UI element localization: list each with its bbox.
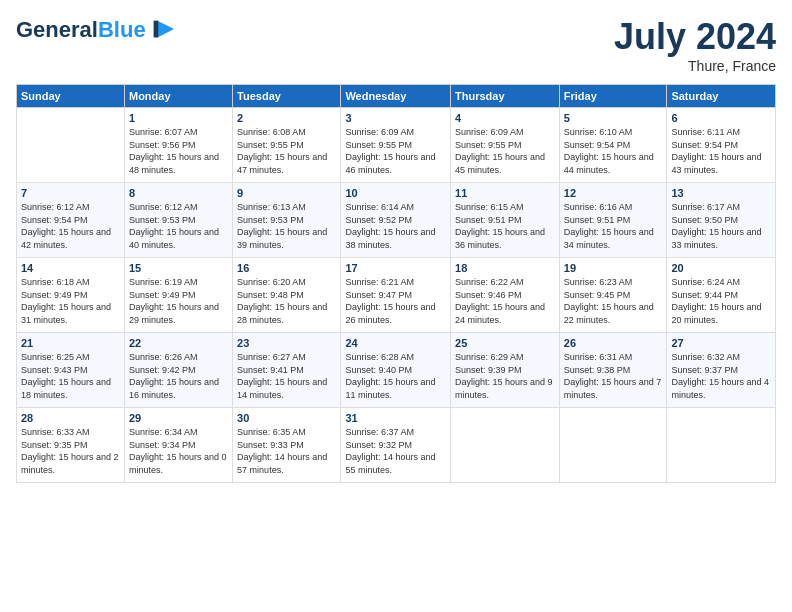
- day-info: Sunrise: 6:29 AMSunset: 9:39 PMDaylight:…: [455, 351, 555, 401]
- header-cell-saturday: Saturday: [667, 85, 776, 108]
- day-number: 4: [455, 112, 555, 124]
- day-number: 22: [129, 337, 228, 349]
- week-row-4: 21 Sunrise: 6:25 AMSunset: 9:43 PMDaylig…: [17, 333, 776, 408]
- header-cell-tuesday: Tuesday: [233, 85, 341, 108]
- day-cell: 10 Sunrise: 6:14 AMSunset: 9:52 PMDaylig…: [341, 183, 451, 258]
- week-row-2: 7 Sunrise: 6:12 AMSunset: 9:54 PMDayligh…: [17, 183, 776, 258]
- day-cell: [667, 408, 776, 483]
- day-info: Sunrise: 6:14 AMSunset: 9:52 PMDaylight:…: [345, 201, 446, 251]
- day-cell: 9 Sunrise: 6:13 AMSunset: 9:53 PMDayligh…: [233, 183, 341, 258]
- day-number: 16: [237, 262, 336, 274]
- day-number: 23: [237, 337, 336, 349]
- day-cell: 1 Sunrise: 6:07 AMSunset: 9:56 PMDayligh…: [124, 108, 232, 183]
- day-info: Sunrise: 6:25 AMSunset: 9:43 PMDaylight:…: [21, 351, 120, 401]
- day-cell: 26 Sunrise: 6:31 AMSunset: 9:38 PMDaylig…: [559, 333, 667, 408]
- day-number: 12: [564, 187, 663, 199]
- day-cell: 21 Sunrise: 6:25 AMSunset: 9:43 PMDaylig…: [17, 333, 125, 408]
- day-cell: 12 Sunrise: 6:16 AMSunset: 9:51 PMDaylig…: [559, 183, 667, 258]
- calendar-table: SundayMondayTuesdayWednesdayThursdayFrid…: [16, 84, 776, 483]
- day-number: 3: [345, 112, 446, 124]
- day-number: 26: [564, 337, 663, 349]
- svg-rect-1: [153, 21, 158, 38]
- day-cell: 28 Sunrise: 6:33 AMSunset: 9:35 PMDaylig…: [17, 408, 125, 483]
- day-number: 11: [455, 187, 555, 199]
- day-cell: 24 Sunrise: 6:28 AMSunset: 9:40 PMDaylig…: [341, 333, 451, 408]
- day-number: 6: [671, 112, 771, 124]
- week-row-3: 14 Sunrise: 6:18 AMSunset: 9:49 PMDaylig…: [17, 258, 776, 333]
- day-info: Sunrise: 6:15 AMSunset: 9:51 PMDaylight:…: [455, 201, 555, 251]
- day-info: Sunrise: 6:19 AMSunset: 9:49 PMDaylight:…: [129, 276, 228, 326]
- day-cell: 22 Sunrise: 6:26 AMSunset: 9:42 PMDaylig…: [124, 333, 232, 408]
- day-number: 2: [237, 112, 336, 124]
- day-info: Sunrise: 6:33 AMSunset: 9:35 PMDaylight:…: [21, 426, 120, 476]
- day-info: Sunrise: 6:24 AMSunset: 9:44 PMDaylight:…: [671, 276, 771, 326]
- day-info: Sunrise: 6:21 AMSunset: 9:47 PMDaylight:…: [345, 276, 446, 326]
- day-cell: 3 Sunrise: 6:09 AMSunset: 9:55 PMDayligh…: [341, 108, 451, 183]
- day-cell: 27 Sunrise: 6:32 AMSunset: 9:37 PMDaylig…: [667, 333, 776, 408]
- day-number: 7: [21, 187, 120, 199]
- day-info: Sunrise: 6:10 AMSunset: 9:54 PMDaylight:…: [564, 126, 663, 176]
- header-cell-wednesday: Wednesday: [341, 85, 451, 108]
- day-cell: 13 Sunrise: 6:17 AMSunset: 9:50 PMDaylig…: [667, 183, 776, 258]
- day-number: 17: [345, 262, 446, 274]
- header-row: SundayMondayTuesdayWednesdayThursdayFrid…: [17, 85, 776, 108]
- day-number: 13: [671, 187, 771, 199]
- day-number: 25: [455, 337, 555, 349]
- day-info: Sunrise: 6:09 AMSunset: 9:55 PMDaylight:…: [455, 126, 555, 176]
- day-info: Sunrise: 6:32 AMSunset: 9:37 PMDaylight:…: [671, 351, 771, 401]
- day-cell: [17, 108, 125, 183]
- day-cell: 25 Sunrise: 6:29 AMSunset: 9:39 PMDaylig…: [451, 333, 560, 408]
- day-cell: 8 Sunrise: 6:12 AMSunset: 9:53 PMDayligh…: [124, 183, 232, 258]
- day-cell: 14 Sunrise: 6:18 AMSunset: 9:49 PMDaylig…: [17, 258, 125, 333]
- day-cell: 30 Sunrise: 6:35 AMSunset: 9:33 PMDaylig…: [233, 408, 341, 483]
- logo-text: GeneralBlue: [16, 18, 146, 42]
- day-info: Sunrise: 6:35 AMSunset: 9:33 PMDaylight:…: [237, 426, 336, 476]
- day-cell: 29 Sunrise: 6:34 AMSunset: 9:34 PMDaylig…: [124, 408, 232, 483]
- day-number: 9: [237, 187, 336, 199]
- day-info: Sunrise: 6:31 AMSunset: 9:38 PMDaylight:…: [564, 351, 663, 401]
- day-number: 1: [129, 112, 228, 124]
- month-title: July 2024: [614, 16, 776, 58]
- day-number: 8: [129, 187, 228, 199]
- logo-icon: [148, 16, 176, 44]
- day-info: Sunrise: 6:08 AMSunset: 9:55 PMDaylight:…: [237, 126, 336, 176]
- day-number: 15: [129, 262, 228, 274]
- day-info: Sunrise: 6:12 AMSunset: 9:53 PMDaylight:…: [129, 201, 228, 251]
- day-info: Sunrise: 6:11 AMSunset: 9:54 PMDaylight:…: [671, 126, 771, 176]
- day-cell: 11 Sunrise: 6:15 AMSunset: 9:51 PMDaylig…: [451, 183, 560, 258]
- day-info: Sunrise: 6:16 AMSunset: 9:51 PMDaylight:…: [564, 201, 663, 251]
- day-cell: 16 Sunrise: 6:20 AMSunset: 9:48 PMDaylig…: [233, 258, 341, 333]
- day-info: Sunrise: 6:20 AMSunset: 9:48 PMDaylight:…: [237, 276, 336, 326]
- day-cell: 2 Sunrise: 6:08 AMSunset: 9:55 PMDayligh…: [233, 108, 341, 183]
- day-info: Sunrise: 6:07 AMSunset: 9:56 PMDaylight:…: [129, 126, 228, 176]
- day-cell: 19 Sunrise: 6:23 AMSunset: 9:45 PMDaylig…: [559, 258, 667, 333]
- location: Thure, France: [614, 58, 776, 74]
- logo: GeneralBlue: [16, 16, 176, 44]
- week-row-5: 28 Sunrise: 6:33 AMSunset: 9:35 PMDaylig…: [17, 408, 776, 483]
- day-cell: [559, 408, 667, 483]
- header-cell-sunday: Sunday: [17, 85, 125, 108]
- day-info: Sunrise: 6:23 AMSunset: 9:45 PMDaylight:…: [564, 276, 663, 326]
- day-number: 19: [564, 262, 663, 274]
- day-info: Sunrise: 6:37 AMSunset: 9:32 PMDaylight:…: [345, 426, 446, 476]
- page-container: GeneralBlue July 2024 Thure, France Sund…: [0, 0, 792, 491]
- day-info: Sunrise: 6:26 AMSunset: 9:42 PMDaylight:…: [129, 351, 228, 401]
- day-cell: 20 Sunrise: 6:24 AMSunset: 9:44 PMDaylig…: [667, 258, 776, 333]
- title-block: July 2024 Thure, France: [614, 16, 776, 74]
- day-cell: 18 Sunrise: 6:22 AMSunset: 9:46 PMDaylig…: [451, 258, 560, 333]
- day-info: Sunrise: 6:27 AMSunset: 9:41 PMDaylight:…: [237, 351, 336, 401]
- day-cell: 4 Sunrise: 6:09 AMSunset: 9:55 PMDayligh…: [451, 108, 560, 183]
- header-cell-monday: Monday: [124, 85, 232, 108]
- day-number: 28: [21, 412, 120, 424]
- day-cell: 17 Sunrise: 6:21 AMSunset: 9:47 PMDaylig…: [341, 258, 451, 333]
- day-number: 24: [345, 337, 446, 349]
- day-cell: [451, 408, 560, 483]
- day-info: Sunrise: 6:22 AMSunset: 9:46 PMDaylight:…: [455, 276, 555, 326]
- day-info: Sunrise: 6:28 AMSunset: 9:40 PMDaylight:…: [345, 351, 446, 401]
- week-row-1: 1 Sunrise: 6:07 AMSunset: 9:56 PMDayligh…: [17, 108, 776, 183]
- day-number: 30: [237, 412, 336, 424]
- day-info: Sunrise: 6:09 AMSunset: 9:55 PMDaylight:…: [345, 126, 446, 176]
- day-info: Sunrise: 6:12 AMSunset: 9:54 PMDaylight:…: [21, 201, 120, 251]
- day-cell: 31 Sunrise: 6:37 AMSunset: 9:32 PMDaylig…: [341, 408, 451, 483]
- header: GeneralBlue July 2024 Thure, France: [16, 16, 776, 74]
